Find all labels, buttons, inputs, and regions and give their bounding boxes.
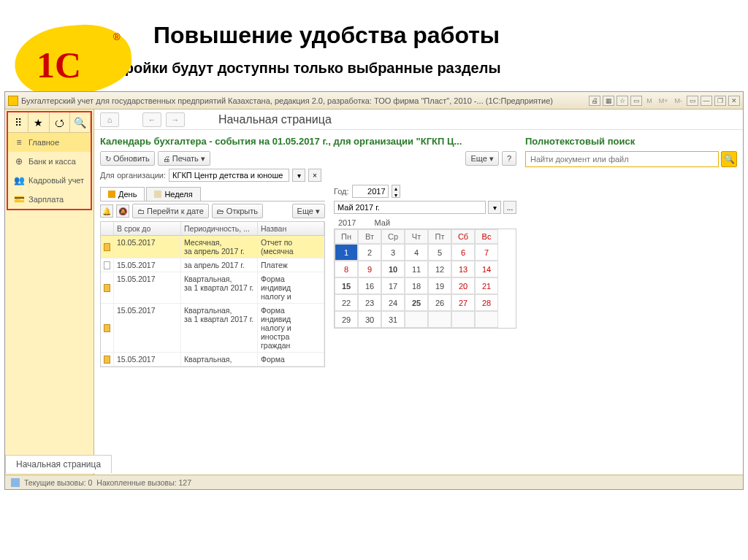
sidebar-item-bank[interactable]: ⊕ Банк и касса xyxy=(8,152,91,171)
calendar-widget: ПнВтСрЧтПтСбВс 1234567891011121314151617… xyxy=(334,229,516,329)
cal-dow: Вс xyxy=(475,229,498,244)
calendar-day[interactable]: 3 xyxy=(381,244,405,261)
calendar-day[interactable]: 13 xyxy=(451,261,475,277)
search-button[interactable]: 🔍 xyxy=(721,151,737,167)
table-row[interactable]: 15.05.2017Квартальная, за 1 квартал 2017… xyxy=(101,304,324,353)
calendar-day[interactable]: 16 xyxy=(358,277,381,294)
table-row[interactable]: 15.05.2017за апрель 2017 г.Платеж xyxy=(101,258,324,272)
calendar-day[interactable]: 4 xyxy=(405,244,428,261)
cal-dow: Ср xyxy=(381,229,405,244)
calendar-day[interactable]: 19 xyxy=(428,277,451,294)
calendar-day[interactable]: 25 xyxy=(405,294,428,311)
calendar-day[interactable]: 20 xyxy=(451,277,475,294)
minimize-icon[interactable]: — xyxy=(701,96,712,106)
sidebar-item-hr[interactable]: 👥 Кадровый учет xyxy=(8,171,91,190)
print-button[interactable]: 🖨Печать ▾ xyxy=(158,151,210,166)
more-button-2[interactable]: Еще ▾ xyxy=(292,204,325,218)
menu-icon: ≡ xyxy=(14,137,24,147)
tb-btn[interactable]: ▭ xyxy=(687,96,698,106)
memory-mminus[interactable]: М- xyxy=(673,97,685,104)
sidebar-item-main[interactable]: ≡ Главное xyxy=(8,133,91,152)
org-clear[interactable]: × xyxy=(308,169,321,182)
tab-day[interactable]: День xyxy=(100,187,145,201)
close-icon[interactable]: ✕ xyxy=(728,96,740,106)
memory-m[interactable]: М xyxy=(644,97,654,104)
col-name[interactable]: Назван xyxy=(258,222,324,235)
slide-title: Повышение удобства работы xyxy=(153,22,733,49)
month-picker[interactable]: ... xyxy=(503,201,516,214)
calendar-day[interactable]: 28 xyxy=(475,294,498,311)
forward-button[interactable]: → xyxy=(166,112,185,127)
org-dropdown[interactable]: ▾ xyxy=(292,169,305,182)
titlebar-text: Бухгалтерский учет для государственных п… xyxy=(21,96,589,105)
memory-mplus[interactable]: М+ xyxy=(657,97,671,104)
bell-red-icon[interactable]: 🔔 xyxy=(100,204,113,218)
calendar-day[interactable]: 11 xyxy=(405,261,428,277)
open-button[interactable]: 🗁Открыть xyxy=(212,204,263,218)
year-input[interactable] xyxy=(352,185,389,198)
maximize-icon[interactable]: ❐ xyxy=(714,96,726,106)
calendar-day[interactable]: 14 xyxy=(475,261,498,277)
search-icon[interactable]: 🔍 xyxy=(70,112,91,132)
fulltext-search-input[interactable] xyxy=(525,151,719,167)
calendar-day[interactable]: 24 xyxy=(381,294,405,311)
tab-week[interactable]: Неделя xyxy=(146,187,200,201)
calendar-day[interactable]: 30 xyxy=(358,311,381,328)
calendar-day[interactable]: 12 xyxy=(428,261,451,277)
back-button[interactable]: ← xyxy=(142,112,161,127)
bell-grey-icon[interactable]: 🔕 xyxy=(116,204,129,218)
deadline-table: В срок до Периодичность, ... Назван 10.0… xyxy=(100,221,325,367)
table-row[interactable]: 15.05.2017Квартальная, за 1 квартал 2017… xyxy=(101,272,324,304)
more-button[interactable]: Еще ▾ xyxy=(465,151,498,166)
calendar-day[interactable]: 26 xyxy=(428,294,451,311)
table-row[interactable]: 10.05.2017Месячная, за апрель 2017 г.Отч… xyxy=(101,236,324,258)
tb-btn[interactable]: ▭ xyxy=(630,96,642,106)
col-period[interactable]: Периодичность, ... xyxy=(181,222,258,235)
month-input[interactable] xyxy=(334,201,486,214)
tb-btn[interactable]: ☆ xyxy=(617,96,628,106)
calendar-day xyxy=(428,311,451,328)
calendar-day[interactable]: 29 xyxy=(335,311,358,328)
table-row[interactable]: 15.05.2017Квартальная,Форма xyxy=(101,353,324,367)
history-icon[interactable]: ⭯ xyxy=(50,112,70,132)
calendar-day[interactable]: 7 xyxy=(475,244,498,261)
goto-date-button[interactable]: 🗀Перейти к дате xyxy=(132,204,209,218)
cal-dow: Сб xyxy=(451,229,475,244)
calendar-day[interactable]: 2 xyxy=(358,244,381,261)
calendar-day[interactable]: 5 xyxy=(428,244,451,261)
cal-month: Май xyxy=(374,218,390,227)
calendar-day[interactable]: 18 xyxy=(405,277,428,294)
calendar-day[interactable]: 27 xyxy=(451,294,475,311)
calendar-day[interactable]: 17 xyxy=(381,277,405,294)
sidebar-item-salary[interactable]: 💳 Зарплата xyxy=(8,190,91,209)
sidebar-item-label: Главное xyxy=(28,138,59,147)
refresh-button[interactable]: ↻Обновить xyxy=(100,151,155,166)
favorites-icon[interactable]: ★ xyxy=(28,112,49,132)
sidebar-item-label: Кадровый учет xyxy=(28,176,84,185)
calendar-day[interactable]: 22 xyxy=(335,294,358,311)
tb-btn[interactable]: ▦ xyxy=(603,96,614,106)
bottom-tab-home[interactable]: Начальная страница xyxy=(5,455,112,473)
org-input[interactable] xyxy=(169,169,289,182)
calendar-day[interactable]: 6 xyxy=(451,244,475,261)
tb-print-icon[interactable]: 🖨 xyxy=(589,96,600,106)
calendar-day[interactable]: 10 xyxy=(381,261,405,277)
main-area: ⌂ ← → Начальная страница Календарь бухга… xyxy=(94,110,743,489)
home-button[interactable]: ⌂ xyxy=(100,112,119,127)
calendar-day[interactable]: 21 xyxy=(475,277,498,294)
col-deadline[interactable]: В срок до xyxy=(114,222,181,235)
calendar-day xyxy=(451,311,475,328)
calendar-day[interactable]: 15 xyxy=(335,277,358,294)
calendar-day[interactable]: 8 xyxy=(335,261,358,277)
bank-icon: ⊕ xyxy=(14,156,24,166)
sections-icon[interactable]: ⠿ xyxy=(8,112,28,132)
calendar-day[interactable]: 1 xyxy=(335,244,358,261)
calendar-day[interactable]: 23 xyxy=(358,294,381,311)
month-dropdown[interactable]: ▾ xyxy=(488,201,501,214)
help-button[interactable]: ? xyxy=(502,151,516,166)
cal-dow: Пт xyxy=(428,229,451,244)
magnifier-icon: 🔍 xyxy=(724,154,735,164)
year-spinner[interactable]: ▴▾ xyxy=(392,185,400,198)
calendar-day[interactable]: 31 xyxy=(381,311,405,328)
calendar-day[interactable]: 9 xyxy=(358,261,381,277)
